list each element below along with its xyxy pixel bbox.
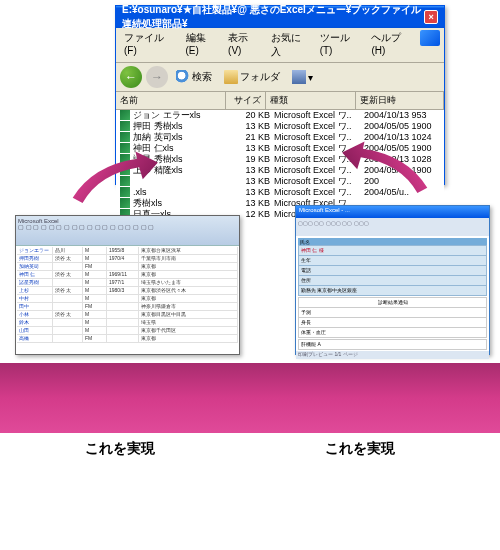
window-title: E:¥osunaro¥★自社製品¥@ 悪さのExcelメニュー¥ブックファイル連… bbox=[122, 3, 424, 31]
forward-button[interactable]: → bbox=[146, 66, 168, 88]
excel-file-icon bbox=[120, 110, 130, 120]
table-row[interactable]: 小林渋谷 太M東京都目黒区中目黒 bbox=[17, 311, 238, 319]
form-body[interactable]: 氏名 神田 仁 様 生年 電話 住所 勤務先 東京都中央区銀座 診断結果通知 予… bbox=[296, 236, 489, 351]
menu-fav[interactable]: お気に入 bbox=[267, 30, 314, 60]
table-row[interactable]: 諸星秀樹M1977/1埼玉県さいたま市 bbox=[17, 279, 238, 287]
folders-button[interactable]: フォルダ bbox=[220, 68, 284, 86]
col-size[interactable]: サイズ bbox=[226, 92, 266, 109]
table-row[interactable]: 上杉渋谷 太M1980/3東京都渋谷区代々木 bbox=[17, 287, 238, 295]
menu-tool[interactable]: ツール(T) bbox=[316, 30, 366, 60]
excel-toolbar[interactable]: ▢▢▢ ▢▢ ▢▢▢ ▢▢ ▢▢▢ bbox=[296, 218, 489, 236]
table-row[interactable]: 山田M東京都千代田区 bbox=[17, 327, 238, 335]
search-button[interactable]: 検索 bbox=[172, 68, 216, 86]
realize-left: これを実現 bbox=[85, 440, 155, 458]
back-button[interactable]: ← bbox=[120, 66, 142, 88]
close-icon[interactable]: × bbox=[424, 10, 438, 24]
titlebar[interactable]: E:¥osunaro¥★自社製品¥@ 悪さのExcelメニュー¥ブックファイル連… bbox=[116, 6, 444, 28]
realize-right: これを実現 bbox=[325, 440, 395, 458]
folder-icon bbox=[224, 70, 238, 84]
views-icon bbox=[292, 70, 306, 84]
menu-help[interactable]: ヘルプ(H) bbox=[367, 30, 418, 60]
file-row[interactable]: 押田 秀樹xls13 KBMicrosoft Excel ワ..2004/05/… bbox=[116, 121, 444, 132]
menu-edit[interactable]: 編集(E) bbox=[182, 30, 223, 60]
table-row[interactable]: 高橋FM東京都 bbox=[17, 335, 238, 343]
search-icon bbox=[176, 70, 190, 84]
table-row[interactable]: 神田 仁渋谷 太M1969/11東京都 bbox=[17, 271, 238, 279]
excel-ribbon[interactable]: Microsoft Excel ▢ ▢ ▢ ▢ ▢ ▢ ▢ ▢ ▢ ▢ ▢ ▢ … bbox=[16, 216, 239, 246]
windows-logo-icon bbox=[420, 30, 440, 46]
table-row[interactable]: ジョンエラー品川M1955/8東京都台東区浅草 bbox=[17, 247, 238, 255]
excel-footer: 印刷プレビュー 1/1 ページ bbox=[296, 351, 489, 359]
excel-form-window: Microsoft Excel - ... ▢▢▢ ▢▢ ▢▢▢ ▢▢ ▢▢▢ … bbox=[295, 205, 490, 355]
excel-list-window: Microsoft Excel ▢ ▢ ▢ ▢ ▢ ▢ ▢ ▢ ▢ ▢ ▢ ▢ … bbox=[15, 215, 240, 355]
column-headers: 名前 サイズ 種類 更新日時 bbox=[116, 92, 444, 110]
toolbar: ← → 検索 フォルダ ▾ bbox=[116, 63, 444, 92]
table-row[interactable]: 田中FM神奈川県鎌倉市 bbox=[17, 303, 238, 311]
form-row: 勤務先 東京都中央区銀座 bbox=[298, 285, 487, 296]
excel-titlebar[interactable]: Microsoft Excel - ... bbox=[296, 206, 489, 218]
table-row[interactable]: 中村M東京都 bbox=[17, 295, 238, 303]
spreadsheet-grid[interactable]: ジョンエラー品川M1955/8東京都台東区浅草押田秀樹渋谷 太M1970/4千葉… bbox=[16, 246, 239, 351]
table-row[interactable]: 加納英司FM東京都 bbox=[17, 263, 238, 271]
form-row: 肝機能 A bbox=[298, 339, 487, 350]
menubar: ファイル(F) 編集(E) 表示(V) お気に入 ツール(T) ヘルプ(H) bbox=[116, 28, 444, 63]
menu-view[interactable]: 表示(V) bbox=[224, 30, 265, 60]
views-button[interactable]: ▾ bbox=[288, 68, 317, 86]
form-row: 体重・血圧 bbox=[298, 327, 487, 338]
table-row[interactable]: 押田秀樹渋谷 太M1970/4千葉県市川市南 bbox=[17, 255, 238, 263]
table-row[interactable]: 鈴木M埼玉県 bbox=[17, 319, 238, 327]
col-type[interactable]: 種類 bbox=[266, 92, 356, 109]
col-name[interactable]: 名前 bbox=[116, 92, 226, 109]
menu-file[interactable]: ファイル(F) bbox=[120, 30, 180, 60]
file-row[interactable]: ジョン エラーxls20 KBMicrosoft Excel ワ..2004/1… bbox=[116, 110, 444, 121]
excel-file-icon bbox=[120, 121, 130, 131]
caption-bar bbox=[0, 363, 500, 433]
col-date[interactable]: 更新日時 bbox=[356, 92, 444, 109]
